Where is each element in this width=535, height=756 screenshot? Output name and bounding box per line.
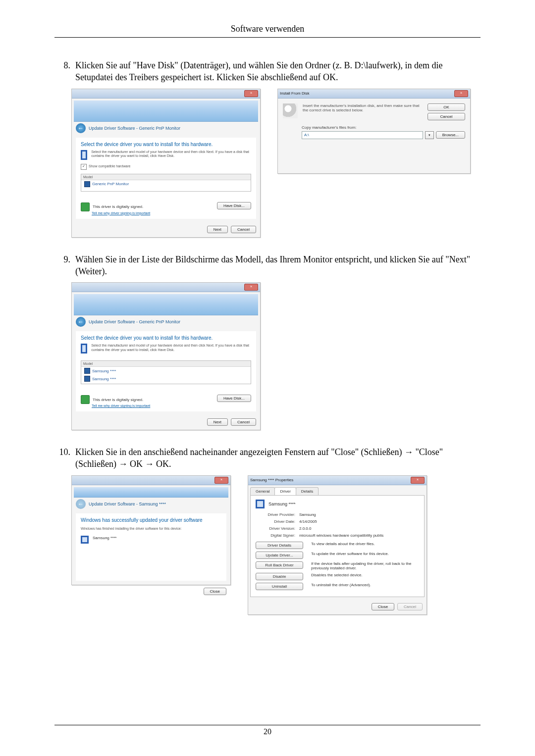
have-disk-button[interactable]: Have Disk... [217, 202, 251, 209]
cancel-button[interactable]: Cancel [428, 113, 465, 120]
driver-details-button[interactable]: Driver Details [256, 542, 303, 549]
txt-details: To view details about the driver files. [311, 542, 419, 546]
next-button[interactable]: Next [207, 226, 228, 233]
compat-label: Show compatible hardware [89, 164, 130, 168]
txt-disable: Disables the selected device. [311, 573, 419, 577]
install-from-disk-dialog: Install From Disk × Insert the manufactu… [277, 89, 471, 174]
step-8-text: Klicken Sie auf "Have Disk" (Datenträger… [75, 59, 481, 84]
wizard3-banner [74, 487, 228, 498]
step-10-number: 10. [54, 446, 75, 470]
step-10-text: Klicken Sie in den anschießend nacheinan… [75, 446, 481, 470]
wizard2-breadcrumb: Update Driver Software - Generic PnP Mon… [89, 319, 180, 324]
next-button[interactable]: Next [207, 418, 228, 426]
rollback-driver-button[interactable]: Roll Back Driver [256, 561, 303, 569]
cancel-button[interactable]: Cancel [231, 226, 256, 233]
wizard2-heading: Select the device driver you want to ins… [81, 335, 251, 341]
txt-rollback: If the device fails after updating the d… [311, 561, 419, 570]
wizard2-banner [74, 294, 258, 315]
close-button[interactable]: Close [204, 588, 226, 595]
ok-button[interactable]: OK [428, 103, 465, 111]
wizard-select-driver-samsung: × ← Update Driver Software - Generic PnP… [71, 282, 261, 430]
back-icon[interactable]: ← [76, 317, 86, 327]
lbl-provider: Driver Provider: [256, 512, 295, 517]
monitor-icon [84, 181, 90, 187]
val-date: 4/14/2005 [299, 519, 419, 524]
txt-uninstall: To uninstall the driver (Advanced). [311, 583, 419, 587]
step-8-number: 8. [54, 59, 75, 84]
model-item-label: Samsung **** [92, 369, 116, 373]
close-icon[interactable]: × [411, 477, 425, 484]
model-item-samsung-1[interactable]: Samsung **** [81, 367, 251, 375]
close-icon[interactable]: × [214, 477, 228, 484]
model-item-samsung-2[interactable]: Samsung **** [81, 375, 251, 383]
uninstall-button[interactable]: Uninstall [256, 583, 303, 590]
step-10: 10. Klicken Sie in den anschießend nache… [54, 446, 481, 470]
wizard1-desc: Select the manufacturer and model of you… [91, 150, 251, 158]
signing-link[interactable]: Tell me why driver signing is important [92, 211, 150, 215]
model-header: Model [81, 174, 251, 180]
success-desc: Windows has finished installing the driv… [81, 527, 221, 531]
page-number: 20 [54, 727, 481, 736]
shield-icon [81, 202, 90, 211]
model-item-generic[interactable]: Generic PnP Monitor [81, 180, 251, 188]
ifd-title: Install From Disk [280, 91, 310, 96]
wizard1-titlebar: × [72, 89, 260, 99]
wizard1-heading: Select the device driver you want to ins… [81, 142, 251, 147]
close-icon[interactable]: × [244, 90, 258, 97]
header-rule [54, 37, 481, 38]
wizard1-breadcrumb: Update Driver Software - Generic PnP Mon… [89, 126, 180, 131]
dropdown-icon[interactable]: ▾ [425, 131, 434, 139]
lbl-version: Driver Version: [256, 526, 295, 531]
close-icon[interactable]: × [454, 90, 468, 97]
have-disk-button[interactable]: Have Disk... [217, 395, 251, 402]
txt-update: To update the driver software for this d… [311, 552, 419, 556]
tab-general[interactable]: General [250, 487, 275, 495]
monitor-icon [81, 536, 89, 544]
disable-button[interactable]: Disable [256, 573, 303, 580]
footer-rule [54, 725, 481, 725]
compat-checkbox[interactable]: ✓ [81, 164, 87, 170]
close-button[interactable]: Close [372, 603, 394, 610]
browse-button[interactable]: Browse... [436, 131, 465, 139]
wizard1-banner [74, 101, 258, 122]
model-item-generic-label: Generic PnP Monitor [92, 182, 129, 186]
ifd-path-input[interactable]: A:\ [302, 131, 423, 139]
wizard-success: × ← Update Driver Software - Samsung ***… [71, 475, 231, 585]
wizard-select-driver-generic: × ← Update Driver Software - Generic PnP… [71, 89, 261, 238]
step-9-text: Wählen Sie in der Liste der Bildschirme … [75, 253, 481, 278]
step-8: 8. Klicken Sie auf "Have Disk" (Datenträ… [54, 59, 481, 84]
cancel-button: Cancel [397, 603, 423, 610]
props-title: Samsung **** Properties [250, 478, 293, 482]
hardware-icon [81, 344, 87, 353]
page-header: Software verwenden [54, 24, 481, 34]
lbl-signer: Digital Signer: [256, 533, 295, 538]
driver-properties-dialog: Samsung **** Properties × General Driver… [248, 475, 427, 615]
wizard2-desc: Select the manufacturer and model of you… [91, 344, 251, 352]
signing-link[interactable]: Tell me why driver signing is important [92, 404, 150, 407]
back-icon: ← [76, 499, 86, 509]
val-provider: Samsung [299, 512, 419, 517]
step-9-number: 9. [54, 253, 75, 278]
model-header: Model [81, 361, 251, 367]
signed-text: This driver is digitally signed. [93, 398, 143, 402]
cancel-button[interactable]: Cancel [231, 418, 256, 426]
close-icon[interactable]: × [244, 284, 258, 291]
back-icon[interactable]: ← [76, 123, 86, 133]
val-signer: microsoft windows hardware compatibility… [299, 533, 419, 538]
tab-driver[interactable]: Driver [274, 487, 296, 495]
monitor-icon [256, 500, 265, 508]
step-9: 9. Wählen Sie in der Liste der Bildschir… [54, 253, 481, 278]
signed-text: This driver is digitally signed. [93, 204, 143, 209]
tab-details[interactable]: Details [296, 487, 319, 495]
model-item-label: Samsung **** [92, 377, 116, 381]
update-driver-button[interactable]: Update Driver... [256, 552, 303, 559]
val-version: 2.0.0.0 [299, 526, 419, 531]
shield-icon [81, 395, 90, 404]
monitor-icon [84, 368, 90, 374]
wizard3-breadcrumb: Update Driver Software - Samsung **** [89, 502, 166, 506]
ifd-message: Insert the manufacturer's installation d… [303, 103, 423, 113]
success-device: Samsung **** [93, 536, 116, 540]
monitor-icon [84, 376, 90, 382]
props-device: Samsung **** [268, 502, 296, 506]
hardware-icon [81, 150, 87, 160]
